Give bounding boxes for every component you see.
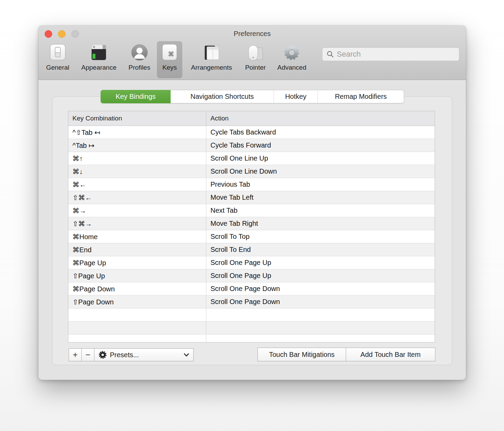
key-combination-cell — [68, 322, 206, 334]
tab-label: Navigation Shortcuts — [191, 93, 254, 101]
toolbar-item-appearance[interactable]: Appearance — [79, 41, 119, 78]
minus-icon: − — [85, 350, 90, 360]
tab-label: Key Bindings — [116, 93, 156, 101]
table-row[interactable]: ^Tab ↦Cycle Tabs Forward — [68, 139, 435, 152]
profiles-avatar-icon — [129, 43, 149, 63]
action-cell: Scroll One Page Down — [206, 282, 435, 295]
action-cell: Next Tab — [206, 204, 435, 217]
search-icon — [327, 50, 334, 58]
arrangements-windows-icon — [202, 43, 221, 63]
table-row-empty[interactable] — [68, 322, 435, 335]
toolbar-item-keys[interactable]: ⌘ Keys — [157, 41, 182, 78]
tab-label: Remap Modifiers — [335, 93, 387, 101]
action-cell: Scroll To End — [206, 243, 435, 256]
toolbar-item-profiles[interactable]: Profiles — [126, 41, 153, 78]
search-input[interactable] — [322, 47, 459, 61]
remove-binding-button[interactable]: − — [81, 348, 94, 361]
add-touch-bar-item-button[interactable]: Add Touch Bar Item — [346, 348, 435, 361]
tab-remap-modifiers[interactable]: Remap Modifiers — [318, 90, 404, 103]
table-row[interactable]: ⌘→Next Tab — [68, 204, 435, 217]
key-combination-cell: ⌘↓ — [68, 165, 206, 178]
table-row[interactable]: ⌘↑Scroll One Line Up — [68, 152, 435, 165]
action-cell — [206, 308, 435, 321]
key-combination-cell — [68, 335, 206, 342]
key-combination-cell: ⌘Home — [68, 230, 206, 243]
table-row[interactable]: ⇧Page UpScroll One Page Up — [68, 269, 435, 282]
action-cell: Cycle Tabs Forward — [206, 139, 435, 152]
key-combination-cell: ⇧⌘→ — [68, 217, 206, 230]
action-cell: Move Tab Right — [206, 217, 435, 230]
table-row[interactable]: ⇧Page DownScroll One Page Down — [68, 295, 435, 308]
button-label: Touch Bar Mitigations — [269, 351, 334, 359]
pointer-mouse-icon — [245, 43, 265, 63]
table-rows: ^⇧Tab ↤Cycle Tabs Backward ^Tab ↦Cycle T… — [68, 126, 435, 342]
table-row[interactable]: ⌘↓Scroll One Line Down — [68, 165, 435, 178]
table-row[interactable]: ⌘Page UpScroll One Page Up — [68, 256, 435, 269]
action-cell: Previous Tab — [206, 178, 435, 191]
window-chrome: Preferences General — [38, 26, 466, 80]
table-row[interactable]: ⌘EndScroll To End — [68, 243, 435, 256]
action-cell: Move Tab Left — [206, 191, 435, 204]
action-cell: Scroll One Line Down — [206, 165, 435, 178]
tab-navigation-shortcuts[interactable]: Navigation Shortcuts — [171, 90, 274, 103]
column-header-action[interactable]: Action — [206, 111, 435, 126]
action-cell: Scroll To Top — [206, 230, 435, 243]
action-cell: Scroll One Page Up — [206, 256, 435, 269]
general-switch-icon — [48, 43, 68, 63]
column-header-key-combination[interactable]: Key Combination — [68, 111, 206, 126]
key-combination-cell: ⇧Page Down — [68, 295, 206, 308]
action-cell: Scroll One Line Up — [206, 152, 435, 165]
action-cell: Cycle Tabs Backward — [206, 126, 435, 139]
key-combination-cell: ⌘↑ — [68, 152, 206, 165]
presets-label: Presets... — [110, 351, 139, 359]
action-cell: Scroll One Page Up — [206, 269, 435, 282]
toolbar-item-label: General — [46, 64, 69, 71]
toolbar-item-arrangements[interactable]: Arrangements — [188, 41, 234, 78]
table-row-empty[interactable] — [68, 335, 435, 342]
keys-tabbar: Key Bindings Navigation Shortcuts Hotkey… — [101, 90, 404, 103]
key-combination-cell: ⌘End — [68, 243, 206, 256]
toolbar-search — [322, 47, 459, 61]
toolbar-item-label: Keys — [162, 64, 177, 71]
svg-text:⌘: ⌘ — [168, 50, 174, 58]
table-row[interactable]: ⌘HomeScroll To Top — [68, 230, 435, 243]
tab-hotkey[interactable]: Hotkey — [274, 90, 318, 103]
tab-label: Hotkey — [285, 93, 306, 101]
plus-icon: + — [73, 350, 78, 360]
advanced-gear-icon — [282, 43, 302, 63]
table-row[interactable]: ^⇧Tab ↤Cycle Tabs Backward — [68, 126, 435, 139]
button-label: Add Touch Bar Item — [360, 351, 421, 359]
tab-key-bindings[interactable]: Key Bindings — [101, 90, 171, 103]
table-row[interactable]: ⌘Page DownScroll One Page Down — [68, 282, 435, 295]
toolbar-item-advanced[interactable]: Advanced — [275, 41, 309, 78]
key-combination-cell: ⌘Page Down — [68, 282, 206, 295]
add-binding-button[interactable]: + — [69, 348, 82, 361]
key-combination-cell — [68, 308, 206, 321]
action-cell — [206, 335, 435, 342]
toolbar-item-label: Pointer — [245, 64, 266, 71]
table-row[interactable]: ⇧⌘→Move Tab Right — [68, 217, 435, 230]
key-combination-cell: ^⇧Tab ↤ — [68, 126, 206, 139]
presets-dropdown[interactable]: Presets... — [94, 348, 194, 361]
toolbar-item-label: Profiles — [128, 64, 150, 71]
table-edit-controls: + − Presets... — [69, 348, 194, 361]
key-combination-cell: ⌘Page Up — [68, 256, 206, 269]
table-row[interactable]: ⇧⌘←Move Tab Left — [68, 191, 435, 204]
preferences-window: Preferences General — [38, 26, 466, 380]
table-header: Key Combination Action — [68, 111, 435, 126]
gear-icon — [99, 351, 107, 359]
table-row[interactable]: ⌘←Previous Tab — [68, 178, 435, 191]
key-combination-cell: ⇧Page Up — [68, 269, 206, 282]
toolbar-item-pointer[interactable]: Pointer — [242, 41, 268, 78]
appearance-window-icon — [89, 43, 109, 63]
action-cell: Scroll One Page Down — [206, 295, 435, 308]
chevron-down-icon — [184, 353, 189, 357]
toolbar-item-label: Arrangements — [191, 64, 232, 71]
keys-keycap-icon: ⌘ — [160, 43, 180, 63]
table-row-empty[interactable] — [68, 308, 435, 322]
touch-bar-mitigations-button[interactable]: Touch Bar Mitigations — [257, 348, 346, 361]
toolbar-item-general[interactable]: General — [43, 41, 72, 78]
toolbar-item-label: Appearance — [81, 64, 116, 71]
key-bindings-table: Key Combination Action ^⇧Tab ↤Cycle Tabs… — [68, 111, 435, 342]
key-combination-cell: ⌘← — [68, 178, 206, 191]
